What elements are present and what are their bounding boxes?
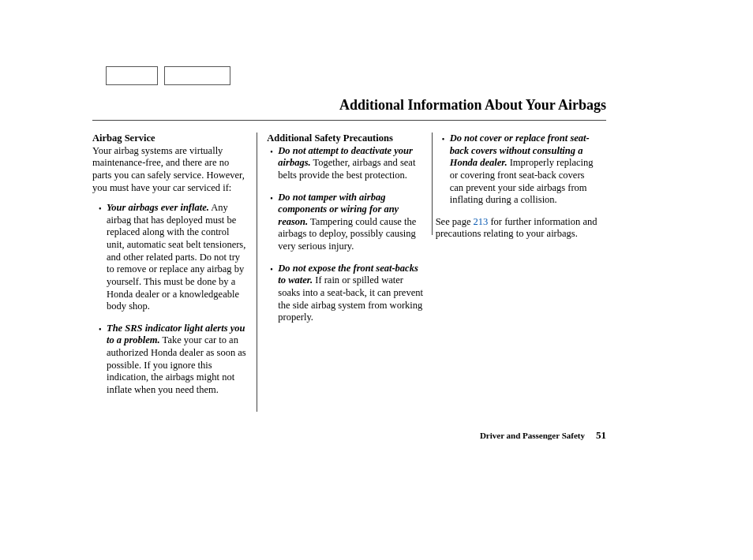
col2-list: Do not attempt to deactivate your airbag… — [267, 145, 423, 324]
column-1: Airbag Service Your airbag systems are v… — [92, 133, 257, 412]
marker-box-1 — [106, 66, 158, 85]
title-rule — [92, 120, 606, 121]
col1-item-1-body: Any airbag that has deployed must be rep… — [107, 202, 245, 312]
footer-chapter: Driver and Passenger Safety — [480, 431, 585, 440]
col1-item-2: The SRS indicator light alerts you to a … — [99, 323, 249, 397]
col3-list: Do not cover or replace front seat-back … — [442, 133, 598, 207]
col1-list: Your airbags ever inflate. Any airbag th… — [92, 202, 249, 396]
top-marker-boxes — [106, 66, 230, 85]
page-footer: Driver and Passenger Safety 51 — [480, 429, 606, 442]
col1-intro: Your airbag systems are virtually mainte… — [92, 145, 249, 195]
page-reference-link[interactable]: 213 — [474, 216, 489, 227]
footer-page-number: 51 — [596, 429, 606, 442]
text-columns: Airbag Service Your airbag systems are v… — [92, 133, 606, 412]
col2-heading: Additional Safety Precautions — [267, 133, 423, 145]
col2-item-1: Do not attempt to deactivate your airbag… — [270, 145, 423, 182]
col2-item-2: Do not tamper with airbag components or … — [270, 192, 423, 253]
col2-item-3: Do not expose the front seat-backs to wa… — [270, 263, 423, 324]
outro-pre: See page — [436, 216, 474, 227]
marker-box-2 — [164, 66, 230, 85]
col1-heading: Airbag Service — [92, 133, 249, 145]
col3-outro: See page 213 for further information and… — [436, 216, 598, 241]
page-title: Additional Information About Your Airbag… — [339, 97, 606, 114]
col1-item-1: Your airbags ever inflate. Any airbag th… — [99, 202, 249, 313]
column-3: Do not cover or replace front seat-back … — [432, 133, 606, 235]
col3-item-1: Do not cover or replace front seat-back … — [442, 133, 598, 207]
col1-item-1-lead: Your airbags ever inflate. — [107, 202, 209, 213]
column-2: Additional Safety Precautions Do not att… — [257, 133, 431, 412]
document-page: Additional Information About Your Airbag… — [0, 0, 753, 560]
